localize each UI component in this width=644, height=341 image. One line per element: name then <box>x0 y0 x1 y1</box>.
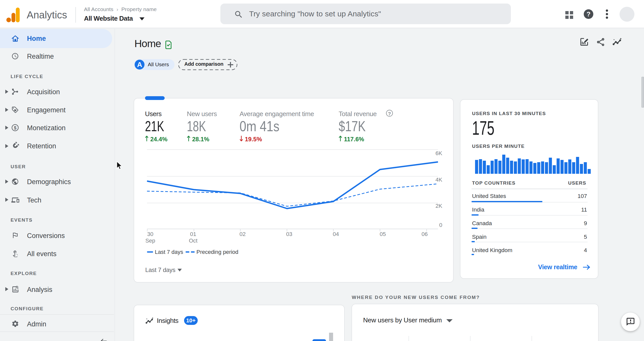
svg-text:175: 175 <box>472 120 494 135</box>
svg-text:18K: 18K <box>187 118 206 133</box>
svg-text:$: $ <box>14 125 16 130</box>
svg-text:21K: 21K <box>145 118 164 133</box>
svg-text:$17K: $17K <box>339 118 366 133</box>
svg-text:0m 41s: 0m 41s <box>240 118 279 133</box>
